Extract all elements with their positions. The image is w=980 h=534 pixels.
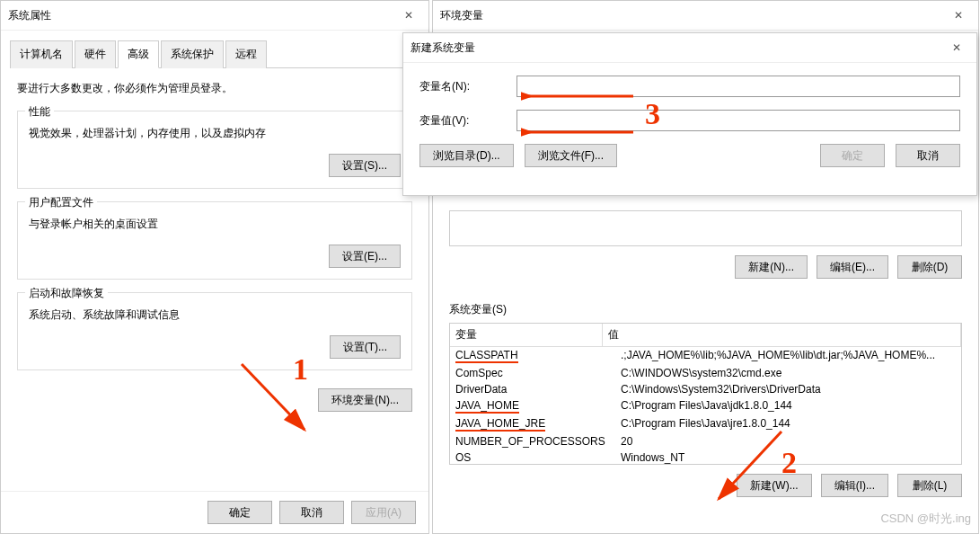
env-vars-button[interactable]: 环境变量(N)...	[318, 388, 412, 412]
dialog-body: 变量名(N): 变量值(V): 浏览目录(D)... 浏览文件(F)... 确定…	[403, 63, 976, 180]
titlebar: 环境变量 ✕	[433, 1, 978, 31]
tab-hardware[interactable]: 硬件	[75, 40, 116, 68]
close-icon[interactable]: ✕	[396, 6, 421, 24]
userprofile-group: 用户配置文件 与登录帐户相关的桌面设置 设置(E)...	[17, 201, 412, 280]
var-value-label: 变量值(V):	[419, 113, 500, 129]
close-icon[interactable]: ✕	[946, 6, 971, 24]
window-title: 系统属性	[8, 8, 396, 23]
group-legend: 启动和故障恢复	[25, 286, 108, 301]
system-properties-window: 系统属性 ✕ 计算机名 硬件 高级 系统保护 远程 要进行大多数更改，你必须作为…	[0, 0, 429, 534]
group-desc: 系统启动、系统故障和调试信息	[29, 307, 401, 323]
edit-button[interactable]: 编辑(E)...	[817, 255, 888, 279]
cancel-button[interactable]: 取消	[279, 501, 344, 524]
user-var-buttons: 新建(N)... 编辑(E)... 删除(D)	[449, 255, 962, 279]
group-desc: 与登录帐户相关的桌面设置	[29, 217, 401, 232]
sys-vars-table[interactable]: 变量 值 CLASSPATH.;JAVA_HOME%\lib;%JAVA_HOM…	[449, 323, 962, 465]
dialog-body: 要进行大多数更改，你必须作为管理员登录。 性能 视觉效果，处理器计划，内存使用，…	[1, 68, 428, 424]
ok-button[interactable]: 确定	[207, 501, 272, 524]
var-value-input[interactable]	[516, 110, 960, 131]
ok-button[interactable]: 确定	[820, 144, 885, 167]
new-button[interactable]: 新建(W)...	[737, 474, 811, 497]
window-title: 环境变量	[440, 8, 946, 23]
col-name[interactable]: 变量	[450, 324, 603, 346]
dialog-buttons: 确定 取消 应用(A)	[1, 491, 428, 533]
user-vars-table[interactable]	[449, 210, 962, 246]
settings-button[interactable]: 设置(S)...	[329, 154, 401, 177]
tab-advanced[interactable]: 高级	[118, 40, 159, 68]
var-name-row: 变量名(N):	[419, 76, 960, 97]
tab-remote[interactable]: 远程	[225, 40, 267, 68]
tab-computername[interactable]: 计算机名	[10, 40, 73, 68]
table-row[interactable]: JAVA_HOME_JREC:\Program Files\Java\jre1.…	[450, 415, 961, 433]
var-name-label: 变量名(N):	[419, 79, 500, 94]
delete-button[interactable]: 删除(D)	[897, 255, 962, 279]
sys-vars-label: 系统变量(S)	[449, 302, 962, 317]
performance-group: 性能 视觉效果，处理器计划，内存使用，以及虚拟内存 设置(S)...	[17, 111, 412, 189]
watermark: CSDN @时光.ing	[880, 511, 971, 527]
settings-button[interactable]: 设置(T)...	[330, 335, 401, 359]
sys-var-buttons: 新建(W)... 编辑(I)... 删除(L)	[449, 474, 962, 497]
delete-button[interactable]: 删除(L)	[897, 474, 962, 497]
table-row[interactable]: CLASSPATH.;JAVA_HOME%\lib;%JAVA_HOME%\li…	[450, 347, 961, 365]
browse-file-button[interactable]: 浏览文件(F)...	[525, 144, 617, 167]
table-header: 变量 值	[450, 324, 961, 347]
col-value[interactable]: 值	[603, 324, 961, 346]
group-legend: 性能	[25, 104, 54, 120]
cancel-button[interactable]: 取消	[896, 144, 960, 167]
browse-dir-button[interactable]: 浏览目录(D)...	[419, 144, 514, 167]
table-row[interactable]: NUMBER_OF_PROCESSORS20	[450, 433, 961, 449]
var-name-input[interactable]	[516, 76, 960, 97]
new-sysvar-dialog: 新建系统变量 ✕ 变量名(N): 变量值(V): 浏览目录(D)... 浏览文件…	[402, 32, 977, 196]
group-legend: 用户配置文件	[25, 195, 97, 210]
table-row[interactable]: OSWindows_NT	[450, 449, 961, 465]
table-row[interactable]: ComSpecC:\WINDOWS\system32\cmd.exe	[450, 365, 961, 381]
window-title: 新建系统变量	[411, 40, 944, 56]
group-desc: 视觉效果，处理器计划，内存使用，以及虚拟内存	[29, 126, 401, 141]
tabs: 计算机名 硬件 高级 系统保护 远程	[10, 40, 419, 68]
startup-group: 启动和故障恢复 系统启动、系统故障和调试信息 设置(T)...	[17, 292, 412, 370]
edit-button[interactable]: 编辑(I)...	[821, 474, 888, 497]
close-icon[interactable]: ✕	[944, 39, 969, 57]
table-row[interactable]: JAVA_HOMEC:\Program Files\Java\jdk1.8.0_…	[450, 397, 961, 415]
var-value-row: 变量值(V):	[419, 110, 960, 131]
table-row[interactable]: DriverDataC:\Windows\System32\Drivers\Dr…	[450, 381, 961, 397]
titlebar: 新建系统变量 ✕	[403, 33, 976, 63]
apply-button[interactable]: 应用(A)	[351, 501, 416, 524]
new-button[interactable]: 新建(N)...	[735, 255, 808, 279]
admin-note: 要进行大多数更改，你必须作为管理员登录。	[17, 81, 412, 96]
tab-protection[interactable]: 系统保护	[161, 40, 224, 68]
titlebar: 系统属性 ✕	[1, 1, 428, 31]
settings-button[interactable]: 设置(E)...	[329, 245, 401, 268]
